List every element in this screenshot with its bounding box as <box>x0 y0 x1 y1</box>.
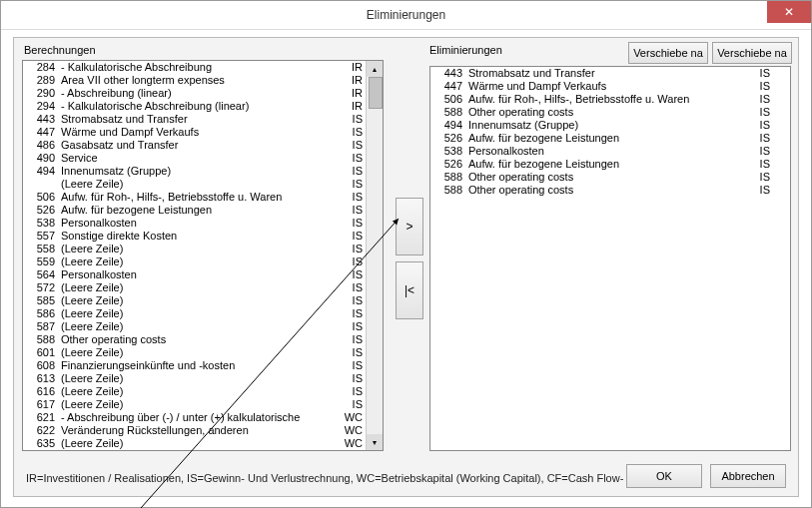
list-item[interactable]: 526Aufw. für bezogene LeistungenIS <box>23 204 367 217</box>
row-text: Veränderung Rückstellungen, anderen <box>61 424 339 437</box>
list-item[interactable]: 616(Leere Zeile)IS <box>23 385 367 398</box>
list-item[interactable]: 494Innenumsatz (Gruppe)IS <box>430 119 774 132</box>
list-item[interactable]: 284 - Kalkulatorische AbschreibungIR <box>23 61 367 74</box>
list-item[interactable]: 585(Leere Zeile)IS <box>23 294 367 307</box>
row-text: Personalkosten <box>61 217 339 230</box>
list-item[interactable]: 538PersonalkostenIS <box>430 145 774 158</box>
row-id: 558 <box>23 243 61 255</box>
row-tag: IS <box>339 268 367 281</box>
list-item[interactable]: 588Other operating costsIS <box>430 106 774 119</box>
scroll-down-icon[interactable]: ▾ <box>367 434 383 450</box>
row-text: Personalkosten <box>61 268 339 281</box>
row-text: - Kalkulatorische Abschreibung (linear) <box>61 100 339 113</box>
row-tag: IS <box>339 346 367 359</box>
move-up-button[interactable]: Verschiebe na <box>628 42 708 64</box>
row-tag: IS <box>339 165 367 178</box>
row-tag: IS <box>339 178 367 191</box>
list-item[interactable]: 447Wärme und Dampf VerkaufsIS <box>430 80 774 93</box>
left-listbox[interactable]: 284 - Kalkulatorische AbschreibungIR289A… <box>22 60 384 451</box>
row-id: 494 <box>23 165 61 178</box>
row-tag: IS <box>339 230 367 243</box>
list-item[interactable]: 608Finanzierungseinkünfte und -kostenIS <box>23 359 367 372</box>
scroll-thumb[interactable] <box>369 77 383 109</box>
list-item[interactable]: 290 - Abschreibung (linear)IR <box>23 87 367 100</box>
row-text: (Leere Zeile) <box>61 294 339 307</box>
list-item[interactable]: 572(Leere Zeile)IS <box>23 281 367 294</box>
list-item[interactable]: 613(Leere Zeile)IS <box>23 372 367 385</box>
row-id: 617 <box>23 398 61 411</box>
row-tag: WC <box>339 424 367 437</box>
list-item[interactable]: 289Area VII other longterm expensesIR <box>23 74 367 87</box>
list-item[interactable]: 294 - Kalkulatorische Abschreibung (line… <box>23 100 367 113</box>
list-item[interactable]: 588Other operating costsIS <box>23 333 367 346</box>
row-tag: IS <box>339 385 367 398</box>
close-icon: ✕ <box>784 5 794 19</box>
remove-button[interactable]: |< <box>396 261 423 319</box>
list-item[interactable]: 526Aufw. für bezogene LeistungenIS <box>430 158 774 171</box>
list-item[interactable]: 494Innenumsatz (Gruppe)IS <box>23 165 367 178</box>
row-tag: IS <box>746 106 774 119</box>
row-text: - Abschreibung über (-) / unter (+) kalk… <box>61 411 339 424</box>
list-item[interactable]: 558(Leere Zeile)IS <box>23 243 367 255</box>
row-id: 526 <box>23 204 61 217</box>
list-item[interactable]: 506Aufw. für Roh-, Hilfs-, Betriebsstoff… <box>430 93 774 106</box>
list-item[interactable]: 526Aufw. für bezogene LeistungenIS <box>430 132 774 145</box>
dialog-buttons: OK Abbrechen <box>626 464 786 488</box>
row-id: 447 <box>430 80 468 93</box>
row-id: 526 <box>430 132 468 145</box>
list-item[interactable]: 447Wärme und Dampf VerkaufsIS <box>23 126 367 139</box>
list-item[interactable]: 443Stromabsatz und TransferIS <box>430 67 774 80</box>
list-item[interactable]: 621 - Abschreibung über (-) / unter (+) … <box>23 411 367 424</box>
chevron-right-icon: > <box>406 220 412 234</box>
row-id: 494 <box>430 119 468 132</box>
row-text: Wärme und Dampf Verkaufs <box>61 126 339 139</box>
right-list-label: Eliminierungen <box>429 44 502 56</box>
list-item[interactable]: 587(Leere Zeile)IS <box>23 320 367 333</box>
list-item[interactable]: 622Veränderung Rückstellungen, anderenWC <box>23 424 367 437</box>
row-tag: IS <box>339 255 367 268</box>
list-item[interactable]: 601(Leere Zeile)IS <box>23 346 367 359</box>
list-item[interactable]: 490ServiceIS <box>23 152 367 165</box>
row-text: (Leere Zeile) <box>61 385 339 398</box>
list-item[interactable]: 588Other operating costsIS <box>430 184 774 197</box>
list-item[interactable]: (Leere Zeile)IS <box>23 178 367 191</box>
list-item[interactable]: 564PersonalkostenIS <box>23 268 367 281</box>
row-id: 290 <box>23 87 61 100</box>
cancel-button[interactable]: Abbrechen <box>710 464 786 488</box>
list-item[interactable]: 588Other operating costsIS <box>430 171 774 184</box>
list-item[interactable]: 538PersonalkostenIS <box>23 217 367 230</box>
row-tag: IS <box>746 80 774 93</box>
row-id: 586 <box>23 307 61 320</box>
ok-button[interactable]: OK <box>626 464 702 488</box>
row-text: Finanzierungseinkünfte und -kosten <box>61 359 339 372</box>
list-item[interactable]: 635(Leere Zeile)WC <box>23 437 367 450</box>
row-id: 588 <box>430 184 468 197</box>
row-id: 443 <box>23 113 61 126</box>
row-tag: IS <box>339 281 367 294</box>
list-item[interactable]: 559(Leere Zeile)IS <box>23 255 367 268</box>
row-id: 572 <box>23 281 61 294</box>
row-tag: IS <box>339 333 367 346</box>
add-button[interactable]: > <box>396 198 423 255</box>
row-id: 506 <box>23 191 61 204</box>
list-item[interactable]: 443Stromabsatz und TransferIS <box>23 113 367 126</box>
list-item[interactable]: 486Gasabsatz und TransferIS <box>23 139 367 152</box>
list-item[interactable]: 506Aufw. für Roh-, Hilfs-, Betriebsstoff… <box>23 191 367 204</box>
list-item[interactable]: 617(Leere Zeile)IS <box>23 398 367 411</box>
scroll-up-icon[interactable]: ▴ <box>367 61 383 77</box>
move-down-button[interactable]: Verschiebe na <box>712 42 792 64</box>
row-tag: IR <box>339 61 367 74</box>
right-listbox[interactable]: 443Stromabsatz und TransferIS447Wärme un… <box>429 66 791 451</box>
title-bar: Eliminierungen ✕ <box>1 1 811 30</box>
row-text: Innenumsatz (Gruppe) <box>61 165 339 178</box>
left-list-label: Berechnungen <box>24 44 96 56</box>
list-item[interactable]: 586(Leere Zeile)IS <box>23 307 367 320</box>
close-button[interactable]: ✕ <box>767 1 811 23</box>
list-item[interactable]: 557Sonstige direkte KostenIS <box>23 230 367 243</box>
left-scrollbar[interactable]: ▴ ▾ <box>366 61 383 450</box>
row-id: 613 <box>23 372 61 385</box>
row-id: 490 <box>23 152 61 165</box>
row-text: (Leere Zeile) <box>61 178 339 191</box>
row-text: Personalkosten <box>468 145 746 158</box>
left-rows: 284 - Kalkulatorische AbschreibungIR289A… <box>23 61 367 450</box>
